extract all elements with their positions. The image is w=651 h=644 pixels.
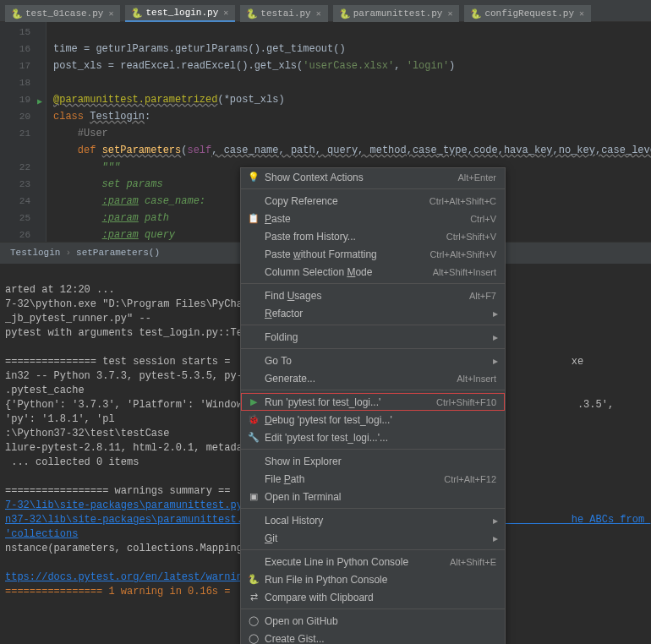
separator [241,188,505,189]
close-icon[interactable]: ✕ [579,8,584,19]
breadcrumb-item[interactable]: setParameters() [76,248,160,258]
close-icon[interactable]: ✕ [108,8,113,19]
menu-execute-line[interactable]: Execute Line in Python ConsoleAlt+Shift+… [241,553,505,570]
menu-paste[interactable]: 📋PasteCtrl+V [241,210,505,227]
menu-edit-pytest[interactable]: 🔧Edit 'pytest for test_logi...'... [241,428,505,446]
menu-git[interactable]: Git▸ [241,529,505,547]
line-number: 19▶ [0,91,30,108]
menu-open-github[interactable]: ◯Open on GitHub [241,612,505,630]
menu-local-history[interactable]: Local History▸ [241,511,505,529]
separator [241,508,505,509]
debug-icon: 🐞 [246,414,261,425]
line-number: 22 [0,159,30,176]
line-number: 20 [0,108,30,125]
editor-tabs: 🐍test_01case.py✕ 🐍test_login.py✕ 🐍testai… [0,0,651,22]
line-number: 23 [0,176,30,193]
close-icon[interactable]: ✕ [447,8,452,19]
menu-run-pytest[interactable]: ▶Run 'pytest for test_logi...'Ctrl+Shift… [241,393,505,411]
breadcrumb-item[interactable]: Testlogin [10,248,60,258]
line-number: 16 [0,41,30,57]
diff-icon: ⇄ [246,592,261,603]
menu-paste-no-format[interactable]: Paste without FormattingCtrl+Alt+Shift+V [241,245,505,263]
python-file-icon: 🐍 [247,8,257,19]
line-number: 24 [0,193,30,210]
menu-folding[interactable]: Folding▸ [241,328,505,346]
tab-testai[interactable]: 🐍testai.py✕ [240,5,327,22]
separator [241,549,505,550]
tab-paramunittest[interactable]: 🐍paramunittest.py✕ [333,5,460,22]
context-menu: 💡Show Context ActionsAlt+Enter Copy Refe… [240,167,506,644]
tab-test01case[interactable]: 🐍test_01case.py✕ [5,5,120,22]
python-file-icon: 🐍 [12,8,22,19]
menu-compare-clipboard[interactable]: ⇄Compare with Clipboard [241,588,505,606]
github-icon: ◯ [246,633,261,644]
run-marker-icon[interactable]: ▶ [37,94,42,111]
chevron-right-icon: ▸ [493,355,498,367]
close-icon[interactable]: ✕ [223,8,228,18]
separator [241,283,505,284]
python-file-icon: 🐍 [340,8,350,19]
line-number [0,142,30,159]
separator [241,325,505,325]
menu-open-terminal[interactable]: ▣Open in Terminal [241,488,505,505]
line-number: 17 [0,57,30,74]
separator [241,390,505,390]
menu-file-path[interactable]: File PathCtrl+Alt+F12 [241,470,505,488]
python-file-icon: 🐍 [132,8,142,18]
line-number: 21 [0,125,30,142]
menu-goto[interactable]: Go To▸ [241,352,505,369]
chevron-right-icon: › [65,248,71,258]
tab-label: test_01case.py [25,8,103,19]
menu-paste-history[interactable]: Paste from History...Ctrl+Shift+V [241,227,505,245]
menu-create-gist[interactable]: ◯Create Gist... [241,630,505,644]
separator [241,449,505,450]
line-number: 15 [0,24,30,41]
python-icon: 🐍 [246,574,261,585]
menu-run-file-console[interactable]: 🐍Run File in Python Console [241,570,505,588]
tab-label: paramunittest.py [353,8,443,19]
terminal-icon: ▣ [246,491,261,502]
separator [241,609,505,609]
menu-show-context-actions[interactable]: 💡Show Context ActionsAlt+Enter [241,168,505,186]
line-number: 26 [0,226,30,243]
menu-show-explorer[interactable]: Show in Explorer [241,452,505,470]
chevron-right-icon: ▸ [493,331,498,343]
menu-generate[interactable]: Generate...Alt+Insert [241,369,505,387]
tab-configrequest[interactable]: 🐍configRequest.py✕ [464,5,591,22]
menu-column-selection[interactable]: Column Selection ModeAlt+Shift+Insert [241,263,505,281]
menu-refactor[interactable]: Refactor▸ [241,304,505,322]
menu-debug-pytest[interactable]: 🐞Debug 'pytest for test_logi...' [241,411,505,428]
tab-label: configRequest.py [484,8,574,19]
tab-label: test_login.py [145,8,218,18]
run-icon: ▶ [246,396,261,407]
tab-testlogin[interactable]: 🐍test_login.py✕ [125,5,235,22]
edit-icon: 🔧 [246,432,261,443]
github-icon: ◯ [246,615,261,626]
gutter: 15 16 17 18 19▶ 20 21 22 23 24 25 26 [0,22,46,242]
menu-copy-reference[interactable]: Copy ReferenceCtrl+Alt+Shift+C [241,192,505,210]
separator [241,348,505,349]
line-number: 25 [0,210,30,226]
close-icon[interactable]: ✕ [316,8,321,19]
line-number: 18 [0,74,30,91]
chevron-right-icon: ▸ [493,308,498,319]
chevron-right-icon: ▸ [493,515,498,527]
python-file-icon: 🐍 [471,8,481,19]
menu-find-usages[interactable]: Find UsagesAlt+F7 [241,287,505,304]
bulb-icon: 💡 [246,172,261,183]
chevron-right-icon: ▸ [493,532,498,544]
tab-label: testai.py [260,8,310,19]
paste-icon: 📋 [246,213,261,224]
